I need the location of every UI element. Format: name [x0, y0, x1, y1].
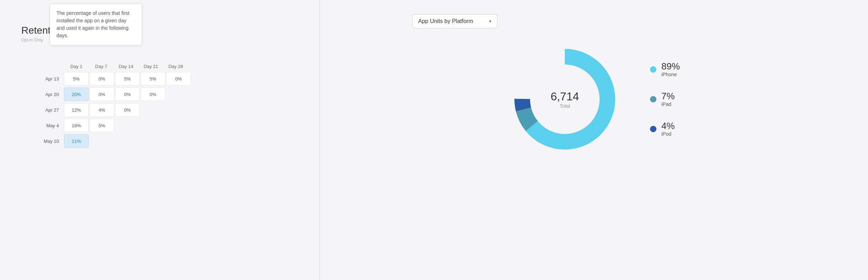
table-cell: 0% [115, 88, 140, 101]
col-header: Day 1 [64, 64, 89, 69]
row-label: Apr 20 [36, 92, 64, 97]
table-cell [166, 88, 191, 101]
legend-dot [650, 126, 656, 132]
table-row: May 418%5% [36, 119, 298, 132]
row-label: May 10 [36, 139, 64, 144]
retention-table: Day 1Day 7Day 14Day 21Day 28 Apr 135%0%5… [36, 64, 298, 148]
left-panel: The percentage of users that first insta… [0, 0, 320, 280]
table-cell: 18% [64, 119, 89, 132]
legend-item: 4%iPod [650, 121, 680, 137]
table-cell [141, 119, 165, 132]
chart-area: 6,714 Total 89%iPhone7%iPad4%iPod [508, 43, 680, 156]
table-cell: 0% [141, 88, 165, 101]
chart-legend: 89%iPhone7%iPad4%iPod [650, 62, 680, 137]
legend-name: iPad [661, 101, 675, 107]
legend-name: iPhone [661, 72, 680, 77]
table-cell: 5% [115, 72, 140, 85]
legend-dot [650, 66, 656, 73]
legend-item: 7%iPad [650, 91, 680, 107]
table-row: Apr 2020%0%0%0% [36, 88, 298, 101]
col-header: Day 14 [114, 64, 138, 69]
legend-pct: 4% [661, 121, 675, 130]
table-cell [115, 134, 140, 148]
col-header: Day 21 [138, 64, 163, 69]
chevron-down-icon: ▾ [489, 19, 491, 24]
legend-text: 7%iPad [661, 91, 675, 107]
table-cell: 11% [64, 134, 89, 148]
dropdown-label: App Units by Platform [418, 18, 473, 24]
table-cell: 20% [64, 88, 89, 101]
table-cell: 5% [89, 119, 114, 132]
legend-item: 89%iPhone [650, 62, 680, 77]
table-header-row: Day 1Day 7Day 14Day 21Day 28 [64, 64, 298, 69]
tooltip-text: The percentage of users that first insta… [56, 10, 129, 38]
table-cell: 5% [141, 72, 165, 85]
table-cell [166, 103, 191, 117]
table-cell [166, 119, 191, 132]
table-cell: 0% [166, 72, 191, 85]
legend-pct: 89% [661, 62, 680, 71]
table-cell [141, 103, 165, 117]
donut-chart: 6,714 Total [508, 43, 622, 156]
col-header: Day 28 [163, 64, 188, 69]
table-cell: 5% [64, 72, 89, 85]
row-label: Apr 13 [36, 76, 64, 82]
table-row: Apr 2712%4%0% [36, 103, 298, 117]
legend-text: 4%iPod [661, 121, 675, 137]
dropdown-container: App Units by Platform ▾ [412, 14, 497, 28]
row-label: May 4 [36, 123, 64, 128]
table-cell: 4% [89, 103, 114, 117]
donut-total-label: Total [551, 103, 579, 109]
legend-name: iPod [661, 131, 675, 137]
right-panel: App Units by Platform ▾ 6,714 Total 89%i… [320, 0, 868, 280]
donut-total-number: 6,714 [551, 90, 579, 103]
table-cell [115, 119, 140, 132]
table-cell: 0% [89, 72, 114, 85]
legend-pct: 7% [661, 91, 675, 101]
app-units-dropdown[interactable]: App Units by Platform ▾ [412, 14, 497, 28]
legend-text: 89%iPhone [661, 62, 680, 77]
table-cell [141, 134, 165, 148]
table-cell [89, 134, 114, 148]
row-label: Apr 27 [36, 107, 64, 113]
table-cell: 0% [115, 103, 140, 117]
table-row: Apr 135%0%5%5%0% [36, 72, 298, 85]
table-cell: 12% [64, 103, 89, 117]
tooltip-box: The percentage of users that first insta… [50, 4, 142, 45]
legend-dot [650, 96, 656, 102]
table-row: May 1011% [36, 134, 298, 148]
table-cell [166, 134, 191, 148]
col-header: Day 7 [89, 64, 114, 69]
table-cell: 0% [89, 88, 114, 101]
donut-center: 6,714 Total [551, 90, 579, 109]
